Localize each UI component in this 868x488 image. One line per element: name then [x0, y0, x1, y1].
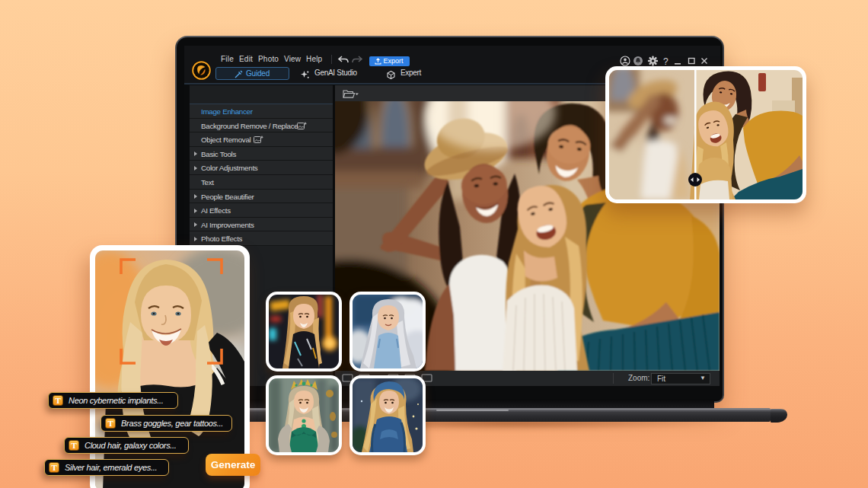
svg-text:?: ?: [663, 56, 669, 67]
